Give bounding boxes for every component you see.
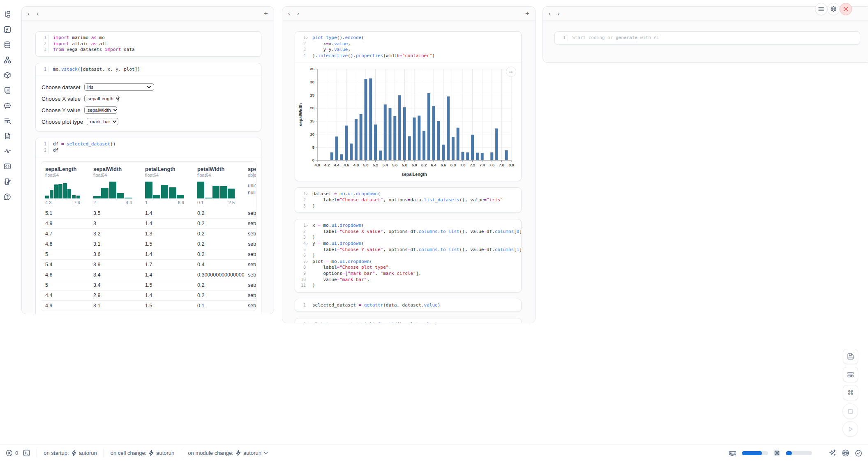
next-column-icon[interactable]: ›: [37, 11, 38, 16]
table-column-header[interactable]: petalLengthfloat6416.9: [141, 166, 193, 208]
table-row[interactable]: 4.93.11.50.1setosa: [41, 300, 256, 311]
line-number: 4: [295, 241, 308, 247]
column-histogram: [93, 181, 132, 198]
save-button[interactable]: [843, 349, 858, 364]
next-column-icon[interactable]: ›: [297, 11, 299, 16]
svg-text:4.0: 4.0: [314, 163, 320, 167]
xy-plot-dropdown-cell[interactable]: 1x = mo.ui.dropdown(2 label="Choose X va…: [295, 219, 522, 293]
errors-badge[interactable]: 0: [6, 449, 18, 456]
prev-column-icon[interactable]: ‹: [288, 11, 290, 16]
function-square-icon[interactable]: [2, 24, 13, 35]
dataset-dropdown-cell[interactable]: 1dataset = mo.ui.dropdown(2 label="Choos…: [295, 187, 522, 213]
plot-type-code[interactable]: 1plot_type = getattr(alt.Chart(df), plot…: [295, 318, 521, 323]
add-cell-icon[interactable]: +: [525, 10, 529, 17]
layout-button[interactable]: [843, 367, 858, 382]
table-row[interactable]: 4.73.21.30.2setosa: [41, 228, 256, 239]
plot-type-select[interactable]: mark_bar: [87, 118, 118, 125]
line-number: 1: [36, 67, 49, 73]
y-label: Choose Y value: [42, 107, 81, 113]
on-startup-toggle[interactable]: on startup: autorun: [44, 450, 97, 456]
bar-chart[interactable]: 4.04.24.44.64.85.05.25.45.65.86.06.26.46…: [298, 65, 518, 177]
line-number: 3: [295, 235, 308, 241]
table-row[interactable]: 5.43.91.70.4setosa: [41, 259, 256, 270]
terminal-button[interactable]: [23, 449, 30, 456]
settings-button[interactable]: [827, 3, 840, 15]
x-select[interactable]: sepalLength: [84, 95, 119, 102]
keyboard-shortcuts-button[interactable]: ⌘: [843, 385, 858, 400]
file-tree-icon[interactable]: [2, 9, 13, 20]
selected-dataset-cell[interactable]: 1selected_dataset = getattr(data, datase…: [295, 299, 522, 312]
line-number: 2: [295, 41, 308, 47]
document-icon[interactable]: [2, 131, 13, 141]
help-chat-icon[interactable]: [2, 191, 13, 202]
on-cell-change-toggle[interactable]: on cell change: autorun: [111, 450, 175, 456]
lightning-icon: [236, 450, 241, 456]
line-number: 2: [36, 148, 49, 154]
table-column-header[interactable]: sepalWidthfloat6424.4: [89, 166, 141, 208]
prev-column-icon[interactable]: ‹: [28, 11, 29, 16]
activity-icon[interactable]: [2, 146, 13, 157]
notebook-edit-icon[interactable]: [2, 176, 13, 187]
imports-cell[interactable]: 1import marimo as mo2import altair as al…: [35, 31, 261, 57]
imports-code[interactable]: 1import marimo as mo2import altair as al…: [36, 32, 261, 56]
generate-link[interactable]: generate: [616, 35, 637, 40]
database-icon[interactable]: [2, 39, 13, 50]
line-number: 1: [295, 223, 308, 229]
chevron-down-icon: [147, 86, 151, 88]
table-column-header[interactable]: speciesobjectunique:nulls:: [244, 166, 256, 208]
org-chart-icon[interactable]: [2, 55, 13, 65]
table-row[interactable]: 5.13.51.40.2setosa: [41, 208, 256, 218]
copilot-icon[interactable]: [842, 449, 850, 457]
svg-text:7.8: 7.8: [499, 163, 504, 167]
table-row[interactable]: 4.63.41.40.30000000000000004setosa: [41, 270, 256, 280]
ai-placeholder[interactable]: Start coding or generate with AI: [568, 35, 659, 41]
ai-sparkles-icon[interactable]: [829, 449, 836, 457]
add-cell-icon[interactable]: +: [264, 10, 268, 17]
plot-cell[interactable]: 1plot_type().encode(2 x=x.value,3 y=y.va…: [295, 31, 522, 181]
vstack-code[interactable]: 1mo.vstack([dataset, x, y, plot]): [36, 63, 261, 76]
run-button[interactable]: [843, 421, 858, 437]
package-icon[interactable]: [2, 70, 13, 81]
y-select[interactable]: sepalWidth: [84, 106, 117, 114]
table-row[interactable]: 53.41.50.2setosa: [41, 280, 256, 290]
empty-ai-cell[interactable]: 1 Start coding or generate with AI: [554, 31, 860, 45]
menu-button[interactable]: [815, 3, 827, 15]
dataset-dropdown-code[interactable]: 1dataset = mo.ui.dropdown(2 label="Choos…: [295, 188, 521, 212]
table-row[interactable]: 4.42.91.40.2setosa: [41, 290, 256, 300]
list-search-icon[interactable]: [2, 115, 13, 126]
table-row[interactable]: 4.63.11.50.2setosa: [41, 239, 256, 249]
line-number: 4: [295, 53, 308, 59]
code-snippet-icon[interactable]: [2, 161, 13, 172]
hamburger-icon: [818, 7, 824, 12]
svg-text:8.0: 8.0: [508, 163, 514, 167]
chevron-down-icon: [264, 452, 268, 454]
plot-type-label: Choose plot type: [42, 119, 83, 125]
on-module-change-toggle[interactable]: on module change: autorun: [188, 450, 268, 456]
next-column-icon[interactable]: ›: [558, 11, 559, 16]
cpu-meter: [786, 451, 812, 455]
shutdown-button[interactable]: [840, 3, 852, 15]
script-icon[interactable]: [2, 85, 13, 96]
dataset-select[interactable]: iris: [84, 83, 154, 91]
table-column-header[interactable]: sepalLengthfloat644.37.9: [41, 166, 89, 208]
vstack-cell[interactable]: 1mo.vstack([dataset, x, y, plot]) Choose…: [35, 63, 261, 132]
connection-check-icon[interactable]: [855, 449, 862, 457]
table-row[interactable]: 4.931.40.2setosa: [41, 218, 256, 228]
line-number: 2: [295, 197, 308, 203]
stop-button[interactable]: [843, 403, 858, 419]
chart-output[interactable]: 4.04.24.44.64.85.05.25.45.65.86.06.26.46…: [295, 62, 521, 181]
table-row[interactable]: 53.61.40.2setosa: [41, 249, 256, 259]
table-column-header[interactable]: petalWidthfloat640.12.5: [193, 166, 244, 208]
chat-bot-icon[interactable]: [2, 100, 13, 111]
chevron-down-icon: [113, 109, 117, 111]
table-header-row: sepalLengthfloat644.37.9sepalWidthfloat6…: [41, 162, 256, 208]
svg-text:6.6: 6.6: [441, 163, 446, 167]
plot-type-cell[interactable]: 1plot_type = getattr(alt.Chart(df), plot…: [295, 318, 522, 323]
dataframe-code[interactable]: 1df = selected_dataset()2df: [36, 138, 261, 157]
dataframe-cell[interactable]: 1df = selected_dataset()2df sepalLengthf…: [35, 138, 261, 314]
xy-plot-dropdown-code[interactable]: 1x = mo.ui.dropdown(2 label="Choose X va…: [295, 219, 521, 292]
prev-column-icon[interactable]: ‹: [549, 11, 550, 16]
selected-dataset-code[interactable]: 1selected_dataset = getattr(data, datase…: [295, 299, 521, 312]
plot-code[interactable]: 1plot_type().encode(2 x=x.value,3 y=y.va…: [295, 32, 521, 62]
dataframe-output: sepalLengthfloat644.37.9sepalWidthfloat6…: [36, 157, 261, 314]
